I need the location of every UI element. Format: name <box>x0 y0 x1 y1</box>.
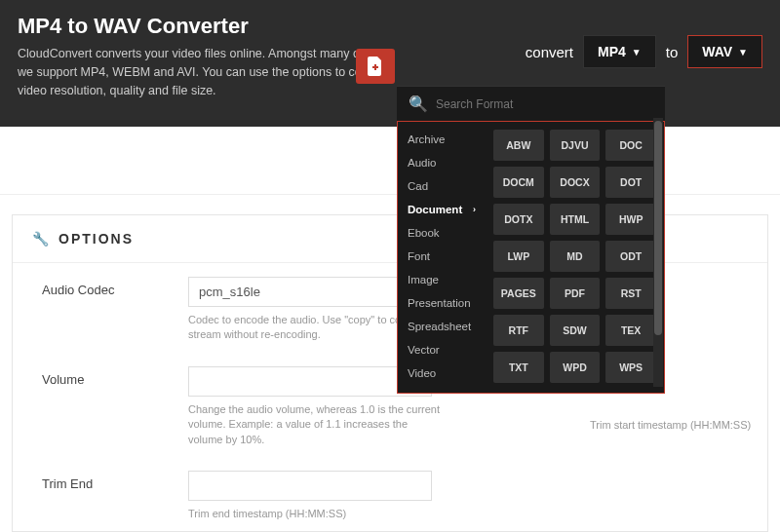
format-tile-abw[interactable]: ABW <box>493 130 544 161</box>
chevron-down-icon: ▼ <box>738 47 748 57</box>
format-tile-docm[interactable]: DOCM <box>493 167 544 198</box>
format-tile-pdf[interactable]: PDF <box>550 278 601 309</box>
category-image[interactable]: Image <box>398 268 486 291</box>
volume-hint: Change the audio volume, whereas 1.0 is … <box>188 402 442 447</box>
search-icon: 🔍 <box>409 95 428 113</box>
category-audio[interactable]: Audio <box>398 151 486 174</box>
format-tile-odt[interactable]: ODT <box>605 241 656 272</box>
page-description: CloudConvert converts your video files o… <box>18 45 408 99</box>
format-tile-wpd[interactable]: WPD <box>550 352 601 383</box>
select-file-button[interactable] <box>356 49 395 84</box>
trim-end-input[interactable] <box>188 471 432 501</box>
audio-codec-label: Audio Codec <box>42 277 169 343</box>
audio-codec-input[interactable] <box>188 277 432 307</box>
format-tile-html[interactable]: HTML <box>550 204 601 235</box>
format-tile-dot[interactable]: DOT <box>605 167 656 198</box>
scrollbar-thumb[interactable] <box>654 121 662 335</box>
format-tile-tex[interactable]: TEX <box>605 315 656 346</box>
format-to-value: WAV <box>702 44 732 59</box>
format-tile-docx[interactable]: DOCX <box>550 167 601 198</box>
format-tile-dotx[interactable]: DOTX <box>493 204 544 235</box>
format-tile-rtf[interactable]: RTF <box>493 315 544 346</box>
format-dropdown: 🔍 ArchiveAudioCadDocument›EbookFontImage… <box>397 86 665 394</box>
category-archive[interactable]: Archive <box>398 128 486 151</box>
trim-end-hint: Trim end timestamp (HH:MM:SS) <box>188 507 442 521</box>
format-from-button[interactable]: MP4 ▼ <box>583 35 656 68</box>
to-label: to <box>666 44 679 60</box>
scrollbar[interactable] <box>653 118 663 387</box>
chevron-down-icon: ▼ <box>632 47 642 57</box>
options-heading: OPTIONS <box>58 231 134 247</box>
wrench-icon: 🔧 <box>32 231 49 247</box>
convert-strip: convert MP4 ▼ to WAV ▼ <box>526 35 762 68</box>
format-tile-doc[interactable]: DOC <box>605 130 656 161</box>
category-presentation[interactable]: Presentation <box>398 291 486 315</box>
category-list: ArchiveAudioCadDocument›EbookFontImagePr… <box>398 122 486 393</box>
format-tile-rst[interactable]: RST <box>605 278 656 309</box>
option-trim-end: Trim End Trim end timestamp (HH:MM:SS) <box>13 457 767 531</box>
file-add-icon <box>368 57 383 76</box>
format-search-row: 🔍 <box>397 87 665 121</box>
category-cad[interactable]: Cad <box>398 174 486 198</box>
category-spreadsheet[interactable]: Spreadsheet <box>398 315 486 338</box>
chevron-right-icon: › <box>473 205 476 214</box>
volume-label: Volume <box>42 366 169 447</box>
format-grid: ABWDJVUDOCDOCMDOCXDOTDOTXHTMLHWPLWPMDODT… <box>486 122 664 393</box>
category-vector[interactable]: Vector <box>398 338 486 361</box>
format-to-button[interactable]: WAV ▼ <box>687 35 762 68</box>
format-search-input[interactable] <box>436 97 653 111</box>
format-tile-hwp[interactable]: HWP <box>605 204 656 235</box>
category-video[interactable]: Video <box>398 361 486 385</box>
format-tile-wps[interactable]: WPS <box>605 352 656 383</box>
format-tile-md[interactable]: MD <box>550 241 601 272</box>
category-document[interactable]: Document› <box>398 198 486 221</box>
category-ebook[interactable]: Ebook <box>398 221 486 245</box>
trim-start-hint: Trim start timestamp (HH:MM:SS) <box>590 419 751 431</box>
format-tile-sdw[interactable]: SDW <box>550 315 601 346</box>
format-tile-lwp[interactable]: LWP <box>493 241 544 272</box>
format-tile-pages[interactable]: PAGES <box>493 278 544 309</box>
format-from-value: MP4 <box>598 44 626 59</box>
volume-input[interactable] <box>188 366 432 397</box>
format-panel: ArchiveAudioCadDocument›EbookFontImagePr… <box>397 121 665 394</box>
trim-end-label: Trim End <box>42 471 169 521</box>
format-tile-txt[interactable]: TXT <box>493 352 544 383</box>
convert-label: convert <box>526 44 573 60</box>
format-tile-djvu[interactable]: DJVU <box>550 130 601 161</box>
category-font[interactable]: Font <box>398 245 486 268</box>
